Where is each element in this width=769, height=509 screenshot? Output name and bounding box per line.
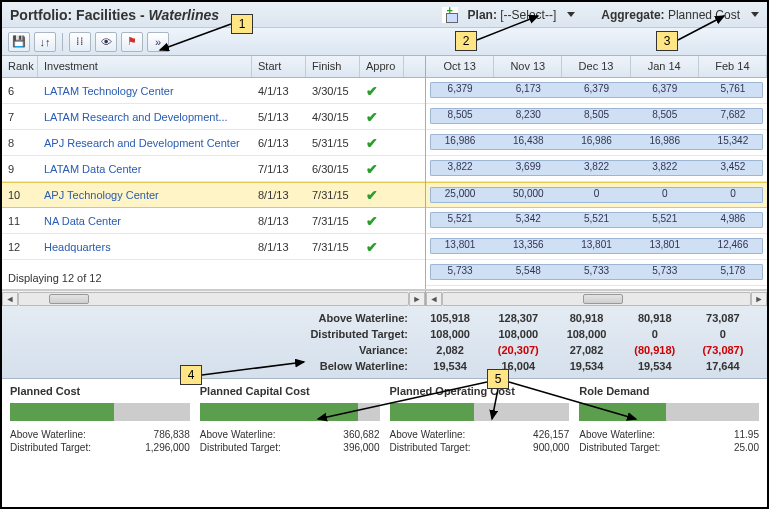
timephase-row[interactable]: 6,3796,1736,3796,3795,761 xyxy=(426,78,767,104)
col-approved[interactable]: Appro xyxy=(360,56,404,77)
summary-value: 108,000 xyxy=(552,328,620,340)
timephase-row[interactable]: 3,8223,6993,8223,8223,452 xyxy=(426,156,767,182)
check-icon: ✔ xyxy=(366,83,378,99)
right-scrollbar[interactable]: ◄ ► xyxy=(426,290,767,306)
table-row[interactable]: 8APJ Research and Development Center6/1/… xyxy=(2,130,425,156)
month-col[interactable]: Jan 14 xyxy=(631,56,699,77)
summary-label: Below Waterline: xyxy=(2,360,416,372)
scroll-left-icon[interactable]: ◄ xyxy=(426,292,442,306)
summary-value: 0 xyxy=(689,328,757,340)
timephase-row[interactable]: 8,5058,2308,5058,5057,682 xyxy=(426,104,767,130)
toolbar: 💾 ↓↑ ⁞⁞ 👁 ⚑ » xyxy=(2,28,767,56)
check-icon: ✔ xyxy=(366,161,378,177)
cell-approved: ✔ xyxy=(360,109,404,125)
callout-1: 1 xyxy=(231,14,253,34)
month-col[interactable]: Dec 13 xyxy=(562,56,630,77)
summary-totals: Above Waterline:105,918128,30780,91880,9… xyxy=(2,306,767,379)
timephase-cell: 6,173 xyxy=(494,83,562,94)
summary-label: Above Waterline: xyxy=(2,312,416,324)
investment-link[interactable]: APJ Research and Development Center xyxy=(38,137,252,149)
cell-rank: 8 xyxy=(2,137,38,149)
col-start[interactable]: Start xyxy=(252,56,306,77)
check-icon: ✔ xyxy=(366,213,378,229)
timephase-cell: 8,505 xyxy=(426,109,494,120)
filter-flag-icon[interactable]: ⚑ xyxy=(121,32,143,52)
timephase-cell: 3,822 xyxy=(631,161,699,172)
summary-row: Variance:2,082(20,307)27,082(80,918)(73,… xyxy=(2,342,757,358)
table-row[interactable]: 6LATAM Technology Center4/1/133/30/15✔ xyxy=(2,78,425,104)
investment-link[interactable]: APJ Technology Center xyxy=(38,189,252,201)
sort-icon[interactable]: ↓↑ xyxy=(34,32,56,52)
table-row[interactable]: 12Headquarters8/1/137/31/15✔ xyxy=(2,234,425,260)
scroll-left-icon[interactable]: ◄ xyxy=(2,292,18,306)
timephase-row[interactable]: 13,80113,35613,80113,80112,466 xyxy=(426,234,767,260)
timephase-row[interactable]: 5,7335,5485,7335,7335,178 xyxy=(426,260,767,286)
col-rank[interactable]: Rank xyxy=(2,56,38,77)
timephase-cell: 6,379 xyxy=(562,83,630,94)
table-row[interactable]: 9LATAM Data Center7/1/136/30/15✔ xyxy=(2,156,425,182)
investment-link[interactable]: LATAM Data Center xyxy=(38,163,252,175)
month-col[interactable]: Feb 14 xyxy=(699,56,767,77)
expand-icon[interactable]: » xyxy=(147,32,169,52)
timephase-row[interactable]: 25,00050,000000 xyxy=(426,182,767,208)
timephase-cell: 8,230 xyxy=(494,109,562,120)
investment-link[interactable]: LATAM Research and Development... xyxy=(38,111,252,123)
timephase-cell: 5,521 xyxy=(562,213,630,224)
aggregate-dropdown-caret[interactable] xyxy=(751,12,759,17)
right-timephase-grid: Oct 13Nov 13Dec 13Jan 14Feb 14 6,3796,17… xyxy=(426,56,767,289)
timephase-row[interactable]: 16,98616,43816,98616,98615,342 xyxy=(426,130,767,156)
metric-above-label: Above Waterline: xyxy=(10,429,86,440)
page-title: Portfolio: Facilities - Waterlines xyxy=(10,7,219,23)
plan-dropdown-caret[interactable] xyxy=(567,12,575,17)
timephase-cell: 16,986 xyxy=(562,135,630,146)
metric-target-label: Distributed Target: xyxy=(200,442,281,453)
month-col[interactable]: Nov 13 xyxy=(494,56,562,77)
scroll-right-icon[interactable]: ► xyxy=(751,292,767,306)
table-row[interactable]: 10APJ Technology Center8/1/137/31/15✔ xyxy=(2,182,425,208)
month-col[interactable]: Oct 13 xyxy=(426,56,494,77)
timephase-cell: 13,801 xyxy=(426,239,494,250)
save-icon[interactable]: 💾 xyxy=(8,32,30,52)
metric-box: Planned Operating CostAbove Waterline:42… xyxy=(390,385,570,455)
investment-link[interactable]: NA Data Center xyxy=(38,215,252,227)
col-investment[interactable]: Investment xyxy=(38,56,252,77)
select-icon[interactable]: ⁞⁞ xyxy=(69,32,91,52)
summary-value: (80,918) xyxy=(621,344,689,356)
check-icon: ✔ xyxy=(366,239,378,255)
title-prefix: Portfolio: Facilities - xyxy=(10,7,148,23)
metric-bar xyxy=(200,403,380,421)
metric-title: Planned Operating Cost xyxy=(390,385,570,397)
left-scrollbar[interactable]: ◄ ► xyxy=(2,290,426,306)
main-grid-area: Rank Investment Start Finish Appro 6LATA… xyxy=(2,56,767,290)
col-finish[interactable]: Finish xyxy=(306,56,360,77)
cell-finish: 4/30/15 xyxy=(306,111,360,123)
investment-link[interactable]: Headquarters xyxy=(38,241,252,253)
cell-rank: 6 xyxy=(2,85,38,97)
cell-rank: 9 xyxy=(2,163,38,175)
summary-value: 17,644 xyxy=(689,360,757,372)
metric-box: Planned Capital CostAbove Waterline:360,… xyxy=(200,385,380,455)
timephase-cell: 16,438 xyxy=(494,135,562,146)
table-row[interactable]: 11NA Data Center8/1/137/31/15✔ xyxy=(2,208,425,234)
timephase-cell: 5,521 xyxy=(631,213,699,224)
timephase-row[interactable]: 5,5215,3425,5215,5214,986 xyxy=(426,208,767,234)
add-plan-icon[interactable] xyxy=(442,7,458,23)
timephase-cell: 3,822 xyxy=(562,161,630,172)
scroll-right-icon[interactable]: ► xyxy=(409,292,425,306)
summary-value: 108,000 xyxy=(484,328,552,340)
timephase-cell: 0 xyxy=(562,188,630,199)
summary-value: 19,534 xyxy=(552,360,620,372)
metric-target-value: 1,296,000 xyxy=(145,442,190,453)
timephase-cell: 3,452 xyxy=(699,161,767,172)
eye-icon[interactable]: 👁 xyxy=(95,32,117,52)
timephase-cell: 13,356 xyxy=(494,239,562,250)
summary-value: (20,307) xyxy=(484,344,552,356)
plan-label: Plan: [--Select--] xyxy=(468,8,557,22)
check-icon: ✔ xyxy=(366,109,378,125)
displaying-count: Displaying 12 of 12 xyxy=(2,266,425,289)
investment-link[interactable]: LATAM Technology Center xyxy=(38,85,252,97)
timephase-cell: 3,822 xyxy=(426,161,494,172)
check-icon: ✔ xyxy=(366,187,378,203)
summary-value: (73,087) xyxy=(689,344,757,356)
table-row[interactable]: 7LATAM Research and Development...5/1/13… xyxy=(2,104,425,130)
